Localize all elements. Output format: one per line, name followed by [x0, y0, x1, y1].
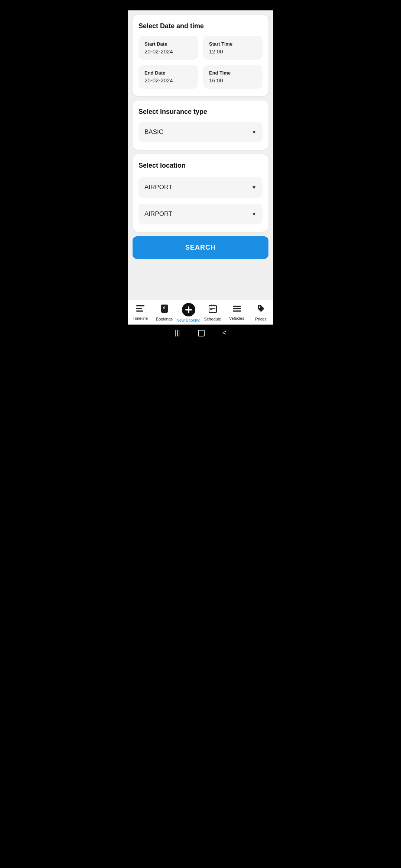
svg-rect-13	[233, 306, 241, 307]
svg-rect-1	[136, 308, 142, 309]
timeline-icon	[136, 305, 145, 315]
svg-rect-9	[211, 305, 212, 306]
start-time-picker[interactable]: Start Time 12:00	[203, 36, 263, 60]
svg-rect-0	[136, 305, 144, 306]
android-nav: ||| <	[128, 325, 273, 341]
end-time-value: 16:00	[209, 77, 223, 83]
vehicles-icon	[232, 305, 241, 315]
end-time-label: End Time	[209, 70, 231, 76]
status-bar	[128, 0, 273, 10]
dropoff-location-dropdown[interactable]: AIRPORT ▼	[138, 204, 263, 224]
location-title: Select location	[138, 162, 263, 170]
svg-rect-12	[210, 309, 212, 310]
start-date-picker[interactable]: Start Date 20-02-2024	[138, 36, 198, 60]
new-booking-label: New Booking	[176, 318, 200, 322]
svg-rect-14	[233, 308, 241, 309]
svg-rect-11	[210, 308, 215, 309]
android-recent-btn[interactable]: |||	[175, 329, 180, 337]
end-date-value: 20-02-2024	[144, 77, 173, 83]
start-time-value: 12:00	[209, 48, 223, 55]
pickup-location-value: AIRPORT	[144, 184, 172, 191]
dropoff-dropdown-arrow-icon: ▼	[251, 211, 257, 217]
bookings-label: Bookings	[156, 317, 173, 321]
bookings-icon	[160, 304, 169, 315]
svg-rect-7	[185, 309, 192, 310]
nav-item-vehicles[interactable]: Vehicles	[225, 305, 249, 320]
nav-item-prices[interactable]: Prices	[249, 304, 273, 321]
prices-icon	[257, 304, 265, 315]
prices-label: Prices	[255, 317, 267, 321]
svg-rect-2	[136, 310, 143, 312]
search-button[interactable]: SEARCH	[133, 236, 268, 259]
main-screen: Select Date and time Start Date 20-02-20…	[128, 10, 273, 300]
vehicles-label: Vehicles	[229, 316, 244, 320]
start-date-label: Start Date	[144, 41, 167, 47]
svg-rect-10	[213, 305, 215, 306]
nav-item-new-booking[interactable]: New Booking	[176, 303, 200, 322]
end-time-picker[interactable]: End Time 16:00	[203, 65, 263, 89]
end-date-picker[interactable]: End Date 20-02-2024	[138, 65, 198, 89]
location-card: Select location AIRPORT ▼ AIRPORT ▼	[133, 154, 268, 232]
insurance-dropdown[interactable]: BASIC ▼	[138, 122, 263, 142]
insurance-card: Select insurance type BASIC ▼	[133, 101, 268, 150]
insurance-dropdown-arrow-icon: ▼	[251, 129, 257, 135]
date-time-title: Select Date and time	[138, 22, 263, 30]
android-home-btn[interactable]	[198, 330, 205, 336]
timeline-label: Timeline	[133, 316, 148, 320]
dropoff-location-value: AIRPORT	[144, 210, 172, 218]
android-back-btn[interactable]: <	[222, 329, 226, 337]
svg-rect-15	[233, 310, 241, 312]
pickup-location-dropdown[interactable]: AIRPORT ▼	[138, 177, 263, 198]
insurance-value: BASIC	[144, 128, 163, 136]
schedule-label: Schedule	[204, 317, 221, 321]
insurance-title: Select insurance type	[138, 108, 263, 116]
schedule-icon	[209, 304, 217, 315]
date-time-grid: Start Date 20-02-2024 Start Time 12:00 E…	[138, 36, 263, 89]
bottom-nav: Timeline Bookings New Booking	[128, 300, 273, 325]
svg-rect-8	[209, 305, 216, 313]
pickup-dropdown-arrow-icon: ▼	[251, 184, 257, 190]
end-date-label: End Date	[144, 70, 165, 76]
date-time-card: Select Date and time Start Date 20-02-20…	[133, 15, 268, 96]
nav-item-bookings[interactable]: Bookings	[152, 304, 176, 321]
svg-point-16	[259, 306, 260, 308]
start-time-label: Start Time	[209, 41, 232, 47]
start-date-value: 20-02-2024	[144, 48, 173, 55]
new-booking-icon	[182, 303, 195, 316]
nav-item-timeline[interactable]: Timeline	[128, 305, 152, 320]
location-dropdowns: AIRPORT ▼ AIRPORT ▼	[138, 175, 263, 224]
nav-item-schedule[interactable]: Schedule	[200, 304, 225, 321]
